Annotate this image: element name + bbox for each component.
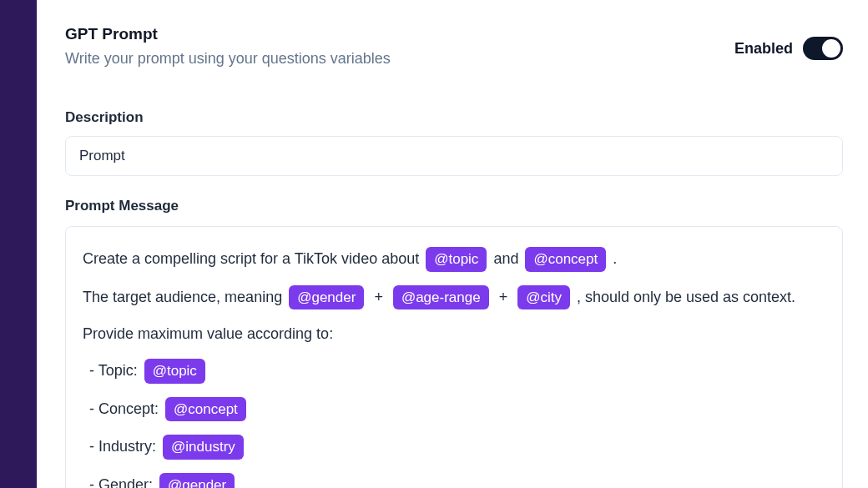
text: - Industry: xyxy=(89,438,160,455)
text: - Topic: xyxy=(89,362,142,379)
text: , should only be used as context. xyxy=(573,289,795,305)
header-row: GPT Prompt Write your prompt using your … xyxy=(65,25,843,68)
variable-gender[interactable]: @gender xyxy=(289,285,364,310)
description-input[interactable] xyxy=(65,136,843,176)
prompt-line-1: Create a compelling script for a TikTok … xyxy=(83,247,825,272)
page-subtitle: Write your prompt using your questions v… xyxy=(65,50,391,68)
prompt-line-2: The target audience, meaning @gender + @… xyxy=(83,285,825,310)
text: and xyxy=(489,250,522,267)
variable-city[interactable]: @city xyxy=(517,285,570,310)
variable-topic[interactable]: @topic xyxy=(426,247,487,272)
description-label: Description xyxy=(65,109,843,126)
page-title: GPT Prompt xyxy=(65,25,391,43)
prompt-message-box[interactable]: Create a compelling script for a TikTok … xyxy=(65,226,843,488)
toggle-knob xyxy=(822,39,840,58)
text: . xyxy=(608,250,617,267)
text: - Concept: xyxy=(89,400,163,417)
text: The target audience, meaning xyxy=(83,289,286,305)
variable-age-range[interactable]: @age-range xyxy=(393,285,489,310)
sidebar xyxy=(0,0,37,488)
prompt-bullet-concept: - Concept: @concept xyxy=(83,397,825,422)
variable-concept[interactable]: @concept xyxy=(165,397,246,422)
variable-concept[interactable]: @concept xyxy=(525,247,606,272)
main-panel: GPT Prompt Write your prompt using your … xyxy=(37,0,868,488)
enabled-toggle[interactable] xyxy=(803,37,843,60)
prompt-bullet-gender: - Gender: @gender xyxy=(83,473,825,489)
prompt-bullet-topic: - Topic: @topic xyxy=(83,359,825,384)
enabled-label: Enabled xyxy=(734,40,793,58)
prompt-message-label: Prompt Message xyxy=(65,198,843,214)
prompt-line-3: Provide maximum value according to: xyxy=(83,323,825,345)
variable-gender[interactable]: @gender xyxy=(159,473,235,489)
prompt-bullet-industry: - Industry: @industry xyxy=(83,435,825,460)
text: - Gender: xyxy=(89,476,157,489)
header-left: GPT Prompt Write your prompt using your … xyxy=(65,25,391,68)
text: + xyxy=(495,289,512,305)
variable-topic[interactable]: @topic xyxy=(144,359,205,384)
enabled-toggle-wrap: Enabled xyxy=(734,25,843,60)
variable-industry[interactable]: @industry xyxy=(163,435,244,460)
text: + xyxy=(370,289,387,305)
text: Create a compelling script for a TikTok … xyxy=(83,250,423,267)
